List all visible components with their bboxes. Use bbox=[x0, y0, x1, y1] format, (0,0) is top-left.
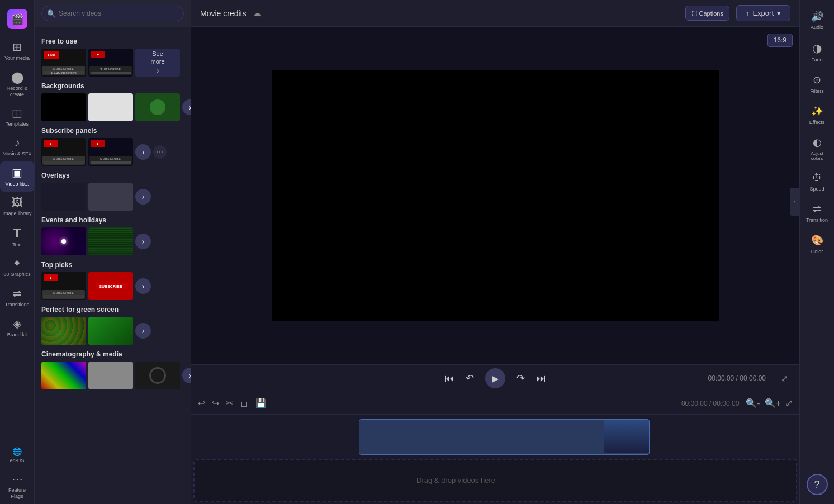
audio-icon: 🔊 bbox=[811, 10, 823, 22]
section-title-cinematography: Cinematography & media bbox=[41, 350, 184, 358]
cut-button[interactable]: ✂ bbox=[226, 398, 233, 408]
skip-forward-button[interactable]: ⏭ bbox=[536, 373, 546, 384]
fit-button[interactable]: ⤢ bbox=[785, 398, 793, 408]
subscribe-panels-next-button[interactable]: › bbox=[135, 144, 151, 160]
event-thumb-1[interactable] bbox=[41, 227, 86, 255]
overlays-row: › bbox=[41, 183, 184, 211]
free-to-use-row: SUBSCRIBE ▶ 1.2K subscribers ▶ Sub SUBSC… bbox=[41, 49, 184, 77]
top-thumb-2[interactable]: SUBSCRIBE bbox=[88, 272, 133, 300]
sidebar-item-your-media[interactable]: ⊞ Your media bbox=[0, 36, 35, 66]
right-item-color[interactable]: 🎨 Color bbox=[800, 229, 835, 260]
adjust-colors-icon: ◐ bbox=[813, 136, 822, 149]
export-button[interactable]: ↑ Export ▾ bbox=[736, 5, 790, 21]
sidebar-item-video-library[interactable]: ▣ Video lib... bbox=[0, 161, 35, 192]
backgrounds-row: › bbox=[41, 93, 184, 121]
save-button[interactable]: 💾 bbox=[255, 398, 267, 408]
green-thumb-1[interactable] bbox=[41, 317, 86, 345]
zoom-out-button[interactable]: 🔍- bbox=[746, 398, 760, 408]
fade-icon: ◑ bbox=[812, 41, 822, 55]
right-item-audio[interactable]: 🔊 Audio bbox=[800, 4, 835, 36]
timeline-time: 00:00.00 / 00:00.00 bbox=[681, 400, 739, 407]
free-thumb-1[interactable]: SUBSCRIBE ▶ 1.2K subscribers ▶ Sub bbox=[41, 49, 86, 77]
sidebar-item-transitions[interactable]: ⇌ Transitions bbox=[0, 282, 35, 312]
help-button[interactable]: ? bbox=[807, 474, 828, 495]
timeline-clip[interactable] bbox=[359, 419, 650, 455]
search-bar: 🔍 bbox=[35, 0, 191, 27]
clip-thumbnail bbox=[604, 420, 649, 453]
right-item-effects[interactable]: ✨ Effects bbox=[800, 99, 835, 131]
play-pause-button[interactable]: ▶ bbox=[485, 368, 505, 388]
export-icon: ↑ bbox=[746, 9, 750, 17]
play-icon: ▶ bbox=[492, 373, 499, 384]
overlay-thumb-2[interactable] bbox=[88, 183, 133, 211]
captions-icon: ⬚ bbox=[691, 9, 697, 17]
drop-zone-track[interactable]: Drag & drop videos here bbox=[193, 459, 797, 502]
green-thumb-2[interactable] bbox=[88, 317, 133, 345]
graphics-icon: ✦ bbox=[12, 256, 22, 270]
skip-back-button[interactable]: ⏮ bbox=[444, 373, 454, 384]
sub-thumb-2[interactable]: SUBSCRIBE ▶ bbox=[88, 138, 133, 166]
see-more-button[interactable]: See more › bbox=[135, 49, 180, 77]
right-item-adjust-colors[interactable]: ◐ Adjustcolors bbox=[800, 131, 835, 167]
events-next-button[interactable]: › bbox=[135, 234, 151, 249]
sidebar-item-language[interactable]: 🌐 en-US bbox=[0, 443, 35, 468]
overlays-next-button[interactable]: › bbox=[135, 189, 151, 205]
video-track[interactable] bbox=[191, 415, 799, 457]
free-thumb-2[interactable]: SUBSCRIBE ▶ bbox=[88, 49, 133, 77]
project-title: Movie credits bbox=[200, 9, 246, 18]
right-item-transition[interactable]: ⇌ Transition bbox=[800, 197, 835, 229]
cinema-thumb-1[interactable] bbox=[41, 362, 86, 389]
search-input[interactable] bbox=[41, 6, 184, 21]
playback-bar: ⏮ ↶ ▶ ↷ ⏭ 00:00.00 / 00:00.00 ⤢ bbox=[191, 364, 799, 392]
sidebar-collapse-button[interactable]: ‹ bbox=[790, 188, 800, 216]
backgrounds-next-button[interactable]: › bbox=[182, 99, 191, 115]
sidebar-item-image-library[interactable]: 🖼 Image library bbox=[0, 192, 35, 221]
sidebar-item-feature-flags[interactable]: ⋯ Feature Flags bbox=[0, 468, 35, 504]
cinematography-next-button[interactable]: › bbox=[182, 368, 191, 383]
delete-button[interactable]: 🗑 bbox=[240, 398, 249, 408]
undo-button[interactable]: ↩ bbox=[198, 398, 205, 408]
timecode-display: 00:00.00 / 00:00.00 bbox=[708, 374, 766, 382]
main-area: Movie credits ☁ ⬚ Captions ↑ Export ▾ 16… bbox=[191, 0, 799, 504]
section-title-top-picks: Top picks bbox=[41, 261, 184, 269]
right-item-filters[interactable]: ⊙ Filters bbox=[800, 68, 835, 99]
sub-extra-btn[interactable]: ⋯ bbox=[153, 145, 167, 159]
captions-button[interactable]: ⬚ Captions bbox=[685, 6, 729, 21]
drop-label: Drag & drop videos here bbox=[416, 476, 495, 484]
sidebar-item-templates[interactable]: ◫ Templates bbox=[0, 102, 35, 132]
sub-thumb-1[interactable]: SUBSCRIBE ▶ bbox=[41, 138, 86, 166]
bg-thumb-green[interactable] bbox=[135, 93, 180, 121]
step-back-button[interactable]: ↶ bbox=[466, 372, 474, 384]
cinematography-row: › bbox=[41, 362, 184, 389]
cinema-thumb-3[interactable] bbox=[135, 362, 180, 389]
sidebar-item-music[interactable]: ♪ Music & SFX bbox=[0, 132, 35, 161]
video-library-icon: ▣ bbox=[12, 166, 22, 179]
sidebar-item-record[interactable]: ⬤ Record &create bbox=[0, 66, 35, 102]
bg-thumb-black[interactable] bbox=[41, 93, 86, 121]
redo-button[interactable]: ↪ bbox=[212, 398, 219, 408]
top-thumb-1[interactable]: SUBSCRIBE ▶ bbox=[41, 272, 86, 300]
section-title-overlays: Overlays bbox=[41, 172, 184, 179]
templates-icon: ◫ bbox=[12, 106, 22, 120]
step-forward-button[interactable]: ↷ bbox=[516, 372, 525, 384]
right-item-fade[interactable]: ◑ Fade bbox=[800, 36, 835, 68]
right-item-speed[interactable]: ⏱ Speed bbox=[800, 167, 835, 197]
event-thumb-2[interactable] bbox=[88, 227, 133, 255]
green-screen-next-button[interactable]: › bbox=[135, 323, 151, 339]
preview-area: 16:9 bbox=[191, 27, 799, 364]
speed-icon: ⏱ bbox=[812, 172, 822, 184]
sidebar-item-brand-kit[interactable]: ◈ Brand kit bbox=[0, 312, 35, 343]
zoom-in-button[interactable]: 🔍+ bbox=[765, 398, 781, 408]
cloud-save-icon: ☁ bbox=[253, 8, 262, 18]
language-icon: 🌐 bbox=[12, 447, 22, 456]
image-library-icon: 🖼 bbox=[12, 196, 23, 209]
cinema-thumb-2[interactable] bbox=[88, 362, 133, 389]
subscribe-panels-row: SUBSCRIBE ▶ SUBSCRIBE ▶ › ⋯ bbox=[41, 138, 184, 166]
sidebar-item-graphics[interactable]: ✦ 88 Graphics bbox=[0, 252, 35, 282]
sidebar-item-text[interactable]: T Text bbox=[0, 221, 35, 253]
fullscreen-button[interactable]: ⤢ bbox=[781, 373, 788, 384]
overlay-thumb-1[interactable] bbox=[41, 183, 86, 211]
sidebar-right: ‹ 🔊 Audio ◑ Fade ⊙ Filters ✨ Effects ◐ A… bbox=[799, 0, 834, 504]
top-picks-next-button[interactable]: › bbox=[135, 278, 151, 294]
bg-thumb-white[interactable] bbox=[88, 93, 133, 121]
